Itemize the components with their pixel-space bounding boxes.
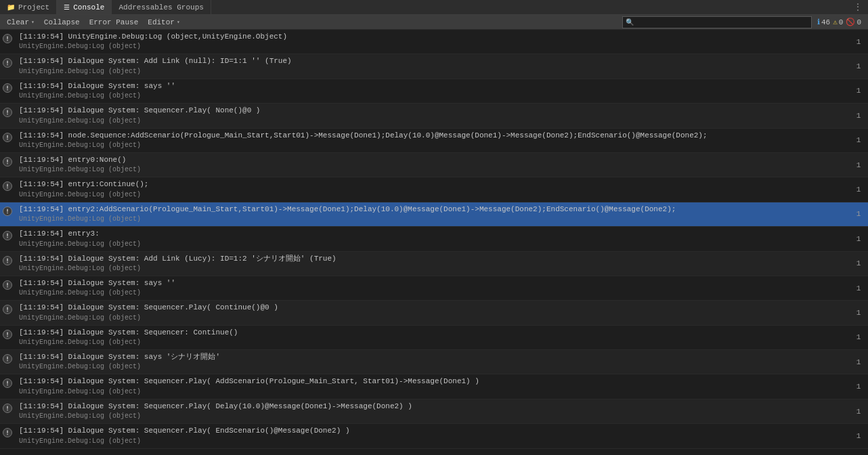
log-count: 1: [849, 252, 868, 276]
editor-button[interactable]: Editor ▾: [144, 16, 183, 28]
log-line2: UnityEngine.Debug:Log (object): [19, 412, 846, 421]
log-entry[interactable]: [11:19:54] Dialogue System: Sequencer.Pl…: [0, 374, 868, 399]
log-text-col: [11:19:54] entry1:Continue();UnityEngine…: [16, 177, 849, 201]
log-line1: [11:19:54] entry3:: [19, 229, 846, 239]
log-icon-col: [0, 326, 16, 349]
log-text-col: [11:19:54] Dialogue System: Sequencer.Pl…: [16, 424, 849, 448]
log-icon-col: [0, 129, 16, 152]
svg-rect-13: [7, 135, 7, 137]
svg-rect-22: [7, 209, 7, 211]
badge-warn[interactable]: ⚠ 0: [833, 18, 843, 26]
log-line1: [11:19:54] Dialogue System: Sequencer.Pl…: [19, 303, 846, 313]
log-count: 1: [849, 129, 868, 152]
editor-dropdown-arrow: ▾: [177, 19, 180, 25]
svg-rect-47: [7, 410, 7, 410]
svg-rect-28: [7, 258, 7, 261]
log-icon-col: [0, 374, 16, 398]
svg-rect-40: [7, 357, 7, 360]
log-text-col: [11:19:54] Dialogue System: Sequencer.Pl…: [16, 374, 849, 398]
tab-addressables[interactable]: Addressables Groups: [112, 0, 211, 14]
log-text-col: [11:19:54] Dialogue System: Add Link (Lu…: [16, 252, 849, 276]
search-input[interactable]: [636, 18, 808, 26]
search-box[interactable]: 🔍: [622, 16, 812, 28]
error-pause-button[interactable]: Error Pause: [85, 16, 143, 28]
svg-rect-26: [7, 237, 7, 238]
svg-rect-34: [7, 307, 7, 310]
log-line1: [11:19:54] Dialogue System: says '': [19, 278, 846, 288]
tab-console[interactable]: ☰ Console: [57, 0, 112, 14]
log-entry[interactable]: [11:19:54] Dialogue System: Add Link (Lu…: [0, 252, 868, 276]
log-count: 1: [849, 202, 868, 226]
log-line1: [11:19:54] entry0:None(): [19, 155, 846, 165]
log-line2: UnityEngine.Debug:Log (object): [19, 141, 846, 150]
log-line2: UnityEngine.Debug:Log (object): [19, 165, 846, 175]
warn-icon: [3, 181, 12, 191]
log-icon-col: [0, 79, 16, 103]
svg-rect-23: [7, 213, 7, 213]
log-entry[interactable]: [11:19:54] Dialogue System: Sequencer.Pl…: [0, 104, 868, 128]
log-line2: UnityEngine.Debug:Log (object): [19, 338, 846, 347]
log-text-col: [11:19:54] entry3:UnityEngine.Debug:Log …: [16, 227, 849, 251]
clear-button[interactable]: Clear ▾: [3, 16, 39, 28]
svg-rect-20: [7, 188, 7, 188]
log-entry[interactable]: [11:19:54] Dialogue System: says ''Unity…: [0, 276, 868, 301]
console-area[interactable]: [11:19:54] UnityEngine.Debug:Log (object…: [0, 30, 868, 455]
svg-rect-43: [7, 381, 7, 384]
log-icon-col: [0, 227, 16, 251]
log-icon-col: [0, 350, 16, 374]
log-line2: UnityEngine.Debug:Log (object): [19, 313, 846, 323]
log-count: 1: [849, 104, 868, 127]
log-icon-col: [0, 301, 16, 324]
log-line1: [11:19:54] Dialogue System: Sequencer.Pl…: [19, 376, 846, 387]
warn-icon: [3, 305, 12, 314]
log-line2: UnityEngine.Debug:Log (object): [19, 67, 846, 77]
badge-error[interactable]: 🚫 0: [846, 18, 861, 26]
log-entry[interactable]: [11:19:54] entry3:UnityEngine.Debug:Log …: [0, 227, 868, 251]
log-entry[interactable]: [11:19:54] entry0:None()UnityEngine.Debu…: [0, 153, 868, 177]
log-line2: UnityEngine.Debug:Log (object): [19, 264, 846, 274]
log-count: 1: [849, 54, 868, 78]
tab-project[interactable]: 📁 Project: [0, 0, 57, 14]
collapse-button[interactable]: Collapse: [40, 16, 84, 28]
log-line1: [11:19:54] Dialogue System: Sequencer.Pl…: [19, 402, 846, 412]
log-line1: [11:19:54] entry1:Continue();: [19, 179, 846, 190]
tab-more-button[interactable]: ⋮: [848, 1, 868, 13]
log-entry[interactable]: [11:19:54] Dialogue System: Sequencer: C…: [0, 326, 868, 350]
log-count: 1: [849, 350, 868, 374]
log-line1: [11:19:54] Dialogue System: Sequencer.Pl…: [19, 426, 846, 436]
log-line2: UnityEngine.Debug:Log (object): [19, 91, 846, 101]
log-entry[interactable]: [11:19:54] Dialogue System: Sequencer.Pl…: [0, 399, 868, 424]
log-line2: UnityEngine.Debug:Log (object): [19, 437, 846, 446]
log-icon-col: [0, 424, 16, 448]
log-entry[interactable]: [11:19:54] Dialogue System: says ''Unity…: [0, 79, 868, 104]
log-count: 1: [849, 424, 868, 448]
log-text-col: [11:19:54] Dialogue System: Sequencer.Pl…: [16, 301, 849, 324]
warn-icon: [3, 157, 12, 167]
log-entry[interactable]: [11:19:54] Dialogue System: Add Link (nu…: [0, 54, 868, 79]
svg-rect-50: [7, 434, 7, 435]
log-icon-col: [0, 252, 16, 276]
log-line2: UnityEngine.Debug:Log (object): [19, 190, 846, 200]
log-entry[interactable]: [11:19:54] Dialogue System: Sequencer.Pl…: [0, 424, 868, 448]
svg-rect-19: [7, 184, 7, 187]
project-icon: 📁: [7, 3, 15, 12]
log-line1: [11:19:54] Dialogue System: Add Link (nu…: [19, 56, 846, 66]
log-count: 1: [849, 30, 868, 53]
log-text-col: [11:19:54] Dialogue System: says ''Unity…: [16, 276, 849, 300]
log-entry[interactable]: [11:19:54] node.Sequence:AddScenario(Pro…: [0, 129, 868, 153]
svg-rect-25: [7, 234, 7, 236]
log-entry[interactable]: [11:19:54] Dialogue System: says 'シナリオ開始…: [0, 350, 868, 374]
warn-icon: [3, 280, 12, 290]
log-entry[interactable]: [11:19:54] Dialogue System: Sequencer.Pl…: [0, 301, 868, 325]
log-count: 1: [849, 177, 868, 201]
svg-rect-14: [7, 138, 7, 139]
log-line2: UnityEngine.Debug:Log (object): [19, 288, 846, 298]
badge-info[interactable]: ℹ 46: [817, 18, 830, 26]
log-text-col: [11:19:54] node.Sequence:AddScenario(Pro…: [16, 129, 849, 152]
log-entry[interactable]: [11:19:54] UnityEngine.Debug:Log (object…: [0, 30, 868, 54]
warn-icon: [3, 231, 12, 240]
log-entry[interactable]: [11:19:54] entry2:AddScenario(Prologue_M…: [0, 202, 868, 227]
log-line1: [11:19:54] UnityEngine.Debug:Log (object…: [19, 32, 846, 42]
log-line1: [11:19:54] entry2:AddScenario(Prologue_M…: [19, 204, 846, 215]
log-entry[interactable]: [11:19:54] entry1:Continue();UnityEngine…: [0, 177, 868, 202]
